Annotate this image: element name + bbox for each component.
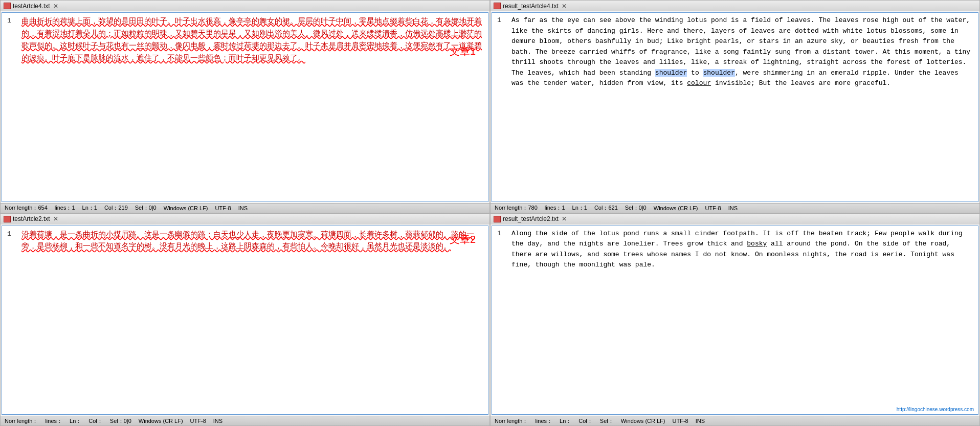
- content-top-right: 1 As far as the eye can see above the wi…: [492, 13, 978, 92]
- norr-length-top-left: Norr length：654: [5, 204, 48, 212]
- ln-bottom-left: Ln：: [70, 417, 81, 425]
- ins-bottom-right: INS: [696, 418, 705, 424]
- titlebar-top-left: testArtcle4.txt ✕: [0, 0, 490, 11]
- line-number-bottom-right: 1: [497, 229, 501, 239]
- enc-bottom-left: UTF-8: [190, 418, 206, 424]
- lines-bottom-right: lines：: [535, 417, 552, 425]
- col-bottom-left: Col：: [88, 417, 103, 425]
- tab-close-bottom-right[interactable]: ✕: [562, 215, 567, 222]
- ins-top-right: INS: [728, 205, 738, 211]
- highlight-shoulder: shoulder: [655, 69, 687, 77]
- col-bottom-right: Col：: [578, 417, 593, 425]
- titlebar-bottom-left: testArtcle2.txt ✕: [0, 213, 490, 225]
- chinese-text-top-left: 曲曲折折的荷塘上面，弥望的是田田的叶子。叶子出水很高，像亭亭的舞女的裙。层层的叶…: [21, 17, 482, 62]
- eol-top-left: Windows (CR LF): [164, 205, 208, 211]
- norr-length-top-right: Norr length：780: [495, 204, 538, 212]
- tab-close-bottom-left[interactable]: ✕: [53, 215, 58, 222]
- line-number-top-left: 1: [7, 15, 11, 26]
- lines-bottom-left: lines：: [45, 417, 62, 425]
- inner-editor-bottom-left[interactable]: 1 沿着荷塘，是一条曲折的小煤屑路。这是一条幽僻的路；白天也少人走，夜晚更加寂寞…: [2, 226, 488, 415]
- enc-top-left: UTF-8: [215, 205, 231, 211]
- highlight-shoulder2: shoulder: [703, 69, 735, 77]
- chinese-text-bottom-left: 沿着荷塘，是一条曲折的小煤屑路。这是一条幽僻的路；白天也少人走，夜晚更加寂寞。荷…: [21, 230, 474, 251]
- ln-top-left: Ln：1: [82, 204, 97, 212]
- inner-editor-bottom-right[interactable]: 1 Along the side of the lotus pond runs …: [492, 226, 978, 415]
- titlebar-top-right: result_testArtcle4.txt ✕: [490, 0, 980, 11]
- tab-title-bottom-left: testArtcle2.txt: [13, 215, 50, 222]
- eol-top-right: Windows (CR LF): [654, 205, 698, 211]
- col-top-left: Col：219: [104, 204, 128, 212]
- enc-bottom-right: UTF-8: [673, 418, 688, 424]
- inner-editor-top-left[interactable]: 1 曲曲折折的荷塘上面，弥望的是田田的叶子。叶子出水很高，像亭亭的舞女的裙。层层…: [2, 12, 488, 202]
- file-icon-bottom-right: [494, 216, 501, 222]
- editor-top-right: 1 As far as the eye can see above the wi…: [490, 11, 980, 203]
- underline-colour: colour: [687, 79, 711, 87]
- editor-bottom-left: 1 沿着荷塘，是一条曲折的小煤屑路。这是一条幽僻的路；白天也少人走，夜晚更加寂寞…: [0, 225, 490, 416]
- statusbar-top-right: Norr length：780 lines：1 Ln：1 Col：621 Sel…: [490, 203, 980, 213]
- titlebar-bottom-right: result_testArtcle2.txt ✕: [490, 213, 980, 225]
- enc-top-right: UTF-8: [705, 205, 721, 211]
- editor-bottom-right: 1 Along the side of the lotus pond runs …: [490, 225, 980, 416]
- eol-bottom-right: Windows (CR LF): [621, 418, 665, 424]
- tab-close-top-left[interactable]: ✕: [53, 3, 58, 10]
- sel-bottom-right: Sel：: [600, 417, 614, 425]
- chapter-label-bottom-left: 文章2: [450, 231, 476, 248]
- url-bar: http://lingochinese.wordpress.com: [897, 407, 974, 412]
- sel-bottom-left: Sel：0|0: [110, 417, 131, 425]
- col-top-right: Col：621: [594, 204, 618, 212]
- statusbar-top-left: Norr length：654 lines：1 Ln：1 Col：219 Sel…: [0, 203, 490, 213]
- content-bottom-right: 1 Along the side of the lotus pond runs …: [492, 226, 978, 273]
- tab-title-bottom-right: result_testArtcle2.txt: [503, 215, 559, 222]
- content-top-left: 1 曲曲折折的荷塘上面，弥望的是田田的叶子。叶子出水很高，像亭亭的舞女的裙。层层…: [2, 13, 488, 67]
- line-number-top-right: 1: [497, 15, 501, 26]
- chapter-label-top-left: 文章1: [450, 43, 476, 60]
- content-bottom-left: 1 沿着荷塘，是一条曲折的小煤屑路。这是一条幽僻的路；白天也少人走，夜晚更加寂寞…: [2, 226, 488, 256]
- norr-length-bottom-left: Norr length：: [5, 417, 38, 425]
- statusbar-bottom-left: Norr length： lines： Ln： Col： Sel：0|0 Win…: [0, 416, 490, 426]
- inner-editor-top-right[interactable]: 1 As far as the eye can see above the wi…: [492, 12, 978, 202]
- ln-top-right: Ln：1: [572, 204, 587, 212]
- editor-top-left: 1 曲曲折折的荷塘上面，弥望的是田田的叶子。叶子出水很高，像亭亭的舞女的裙。层层…: [0, 11, 490, 203]
- ln-bottom-right: Ln：: [560, 417, 571, 425]
- sel-top-right: Sel：0|0: [625, 204, 647, 212]
- file-icon-bottom-left: [4, 216, 11, 222]
- ins-top-left: INS: [238, 205, 248, 211]
- eol-bottom-left: Windows (CR LF): [139, 418, 183, 424]
- tab-title-top-left: testArtcle4.txt: [13, 3, 50, 10]
- tab-title-top-right: result_testArtcle4.txt: [503, 3, 559, 10]
- file-icon-top-right: [494, 3, 501, 9]
- app-container: testArtcle4.txt ✕ 1 曲曲折折的荷塘上面，弥望的是田田的叶子。…: [0, 0, 980, 426]
- sel-top-left: Sel：0|0: [135, 204, 157, 212]
- ins-bottom-left: INS: [213, 418, 222, 424]
- file-icon-top-left: [4, 3, 11, 9]
- norr-length-bottom-right: Norr length：: [495, 417, 528, 425]
- statusbar-bottom-right: Norr length： lines： Ln： Col： Sel： Window…: [490, 416, 980, 426]
- tab-close-top-right[interactable]: ✕: [562, 3, 567, 10]
- lines-top-left: lines：1: [55, 204, 75, 212]
- line-number-bottom-left: 1: [7, 229, 11, 239]
- underline-bosky: bosky: [747, 240, 767, 248]
- lines-top-right: lines：1: [545, 204, 565, 212]
